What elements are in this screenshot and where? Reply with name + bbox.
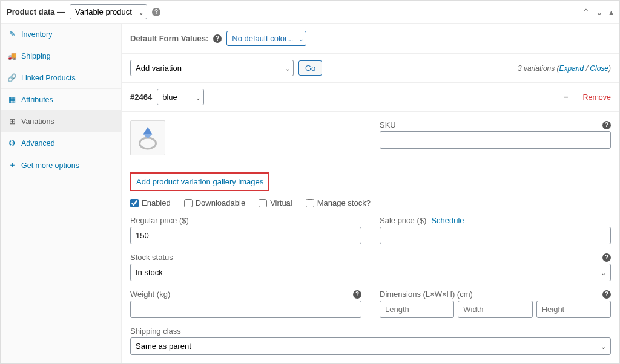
- regular-price-label: Regular price ($): [130, 216, 189, 225]
- sidebar-item-label: Attributes: [21, 96, 53, 104]
- help-icon[interactable]: ?: [353, 290, 361, 299]
- shipping-class-label: Shipping class: [130, 327, 181, 336]
- sku-label: SKU: [380, 120, 396, 129]
- variation-id: #2464: [130, 93, 152, 102]
- shipping-class-select[interactable]: Same as parent: [130, 337, 611, 355]
- sale-price-input[interactable]: [380, 227, 611, 244]
- panel-up-icon[interactable]: ⌃: [582, 7, 590, 17]
- sidebar-item-attributes[interactable]: ▦Attributes: [1, 89, 121, 111]
- sidebar-item-shipping[interactable]: 🚚Shipping: [1, 45, 121, 67]
- add-gallery-images-link[interactable]: Add product variation gallery images: [130, 172, 269, 191]
- sidebar-item-inventory[interactable]: ✎Inventory: [1, 24, 121, 45]
- panel-down-icon[interactable]: ⌄: [596, 7, 603, 17]
- sidebar-item-advanced[interactable]: ⚙Advanced: [1, 132, 121, 154]
- ring-icon: [133, 123, 162, 152]
- product-data-sidebar: ✎Inventory 🚚Shipping 🔗Linked Products ▦A…: [1, 24, 122, 363]
- remove-variation-link[interactable]: Remove: [582, 93, 611, 102]
- sidebar-item-label: Shipping: [21, 52, 51, 60]
- help-icon[interactable]: ?: [602, 253, 611, 262]
- virtual-check[interactable]: Virtual: [259, 198, 292, 207]
- width-input[interactable]: [458, 301, 532, 318]
- attributes-icon: ▦: [8, 95, 16, 104]
- product-type-select[interactable]: Variable product: [70, 4, 147, 19]
- schedule-link[interactable]: Schedule: [431, 216, 464, 225]
- default-form-select[interactable]: No default color...: [226, 31, 306, 46]
- panel-collapse-icon[interactable]: ▴: [609, 7, 613, 17]
- sidebar-item-label: Linked Products: [21, 74, 76, 82]
- truck-icon: 🚚: [8, 51, 16, 60]
- sidebar-item-more[interactable]: ＋Get more options: [1, 154, 121, 177]
- variation-image-thumb[interactable]: [130, 120, 165, 155]
- sidebar-item-linked[interactable]: 🔗Linked Products: [1, 67, 121, 89]
- sidebar-item-label: Inventory: [21, 30, 52, 39]
- height-input[interactable]: [536, 301, 611, 318]
- panel-title: Product data —: [7, 7, 65, 16]
- variation-action-select[interactable]: Add variation: [130, 60, 294, 76]
- help-icon[interactable]: ?: [602, 121, 611, 129]
- svg-point-0: [140, 138, 156, 149]
- gear-icon: ⚙: [8, 138, 16, 148]
- regular-price-input[interactable]: [130, 227, 361, 244]
- link-icon: 🔗: [8, 73, 16, 82]
- sidebar-item-variations[interactable]: ⊞Variations: [1, 111, 121, 132]
- sku-input[interactable]: [380, 131, 611, 149]
- svg-marker-1: [143, 127, 153, 134]
- variation-attribute-select[interactable]: blue: [157, 89, 204, 105]
- inventory-icon: ✎: [8, 30, 16, 39]
- stock-status-select[interactable]: In stock: [130, 264, 611, 281]
- sidebar-item-label: Advanced: [21, 139, 55, 148]
- sidebar-item-label: Get more options: [21, 161, 79, 170]
- variations-summary: 3 variations (Expand / Close): [518, 64, 611, 73]
- enabled-check[interactable]: Enabled: [130, 198, 171, 207]
- expand-link[interactable]: Expand: [559, 64, 584, 73]
- help-icon[interactable]: ?: [152, 8, 160, 16]
- weight-label: Weight (kg): [130, 290, 170, 299]
- default-form-label: Default Form Values:: [130, 34, 208, 43]
- sale-price-label: Sale price ($): [380, 216, 426, 225]
- dimensions-label: Dimensions (L×W×H) (cm): [380, 290, 473, 299]
- help-icon[interactable]: ?: [602, 290, 611, 299]
- drag-handle-icon[interactable]: ≡: [563, 93, 568, 102]
- go-button[interactable]: Go: [298, 60, 322, 76]
- downloadable-check[interactable]: Downloadable: [184, 198, 245, 207]
- sidebar-item-label: Variations: [21, 117, 54, 126]
- manage-stock-check[interactable]: Manage stock?: [306, 198, 371, 207]
- close-link[interactable]: Close: [590, 64, 608, 73]
- plus-icon: ＋: [8, 160, 16, 171]
- stock-status-label: Stock status: [130, 253, 173, 262]
- weight-input[interactable]: [130, 301, 361, 318]
- help-icon[interactable]: ?: [213, 34, 222, 43]
- length-input[interactable]: [380, 301, 454, 318]
- variations-icon: ⊞: [8, 117, 16, 126]
